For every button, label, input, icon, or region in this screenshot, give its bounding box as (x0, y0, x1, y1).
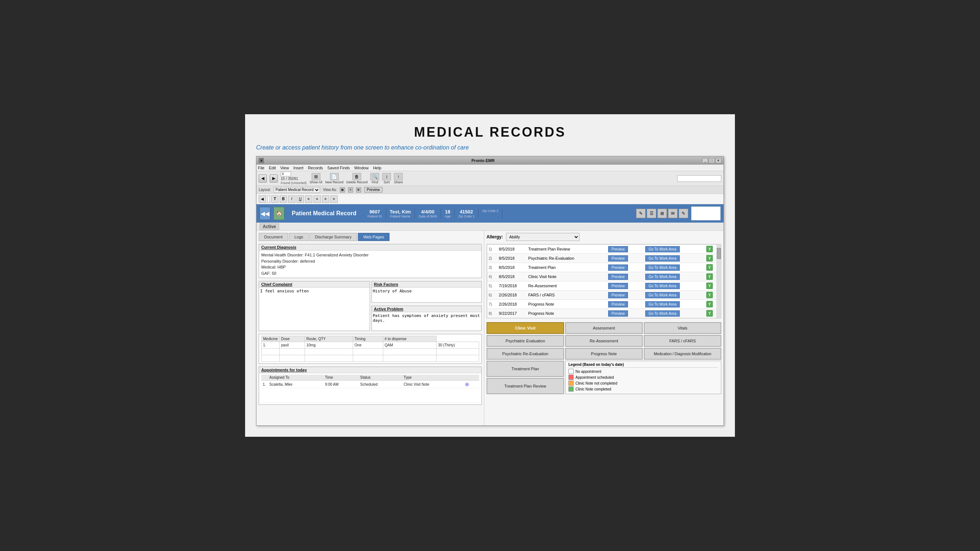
align-center-btn[interactable]: ≡ (313, 195, 321, 203)
re-assessment-btn[interactable]: Re-Assessment (565, 335, 643, 347)
tab-discharge-summary[interactable]: Discharge Summary (309, 233, 357, 241)
search-input[interactable] (677, 175, 721, 182)
record-3-preview-btn[interactable]: Preview (608, 265, 628, 271)
menu-file[interactable]: File (258, 166, 264, 170)
record-4-gowork-btn[interactable]: Go To Work Area (645, 274, 680, 280)
allergy-select[interactable]: Abilify (506, 233, 579, 241)
edit-patient-btn[interactable]: ✎ (636, 209, 646, 218)
back-arrow-btn[interactable]: ◀ (259, 195, 266, 203)
record-8-gowork-btn[interactable]: Go To Work Area (645, 310, 680, 317)
layout-select[interactable]: Patient Medical Record (274, 187, 320, 193)
next-record-btn[interactable]: ▶ (270, 175, 278, 183)
preview-btn[interactable]: Preview (364, 187, 382, 192)
chief-complaint-textarea[interactable]: I feel anxious often (259, 287, 370, 313)
sort-btn[interactable]: ↕ Sort (382, 173, 391, 184)
note-btn[interactable]: ✎ (679, 209, 688, 218)
record-6-preview-btn[interactable]: Preview (608, 292, 628, 298)
format-underline-btn[interactable]: U (296, 195, 304, 203)
align-justify-btn[interactable]: ≡ (330, 195, 338, 203)
format-bold-btn[interactable]: B (280, 195, 287, 203)
view-table-btn[interactable]: ⊞ (356, 187, 361, 192)
med-diag-mod-btn[interactable]: Medication / Diagnosis Modification (644, 348, 721, 360)
minimize-btn[interactable]: _ (702, 158, 708, 163)
progress-note-btn[interactable]: Progress Note (565, 348, 643, 360)
tab-bar: Document Logs Discharge Summary Web Page… (259, 233, 482, 241)
clinic-visit-btn[interactable]: Clinic Visit (487, 322, 564, 334)
share-btn[interactable]: ↑ Share (394, 173, 403, 184)
menu-view[interactable]: View (280, 166, 289, 170)
delete-record-btn[interactable]: 🗑 Delete Record (347, 173, 368, 184)
assessment-btn[interactable]: Assessment (565, 322, 643, 334)
new-record-btn[interactable]: 📄 New Record (325, 173, 344, 184)
legend-item-3: Clinic Note completed (568, 386, 718, 392)
view-list-btn[interactable]: ≡ (348, 187, 353, 192)
psychiatric-evaluation-btn[interactable]: Psychiatric Evaluation (487, 335, 564, 347)
patient-age-field: 18 Age (441, 208, 455, 219)
menu-insert[interactable]: Insert (293, 166, 304, 170)
record-1-preview-btn[interactable]: Preview (608, 246, 628, 252)
records-scrollbar[interactable] (716, 244, 721, 318)
menu-saved-finds[interactable]: Saved Finds (328, 166, 350, 170)
risk-factors-textarea[interactable]: History of Abuse (372, 287, 482, 301)
risk-factors-title: Risk Factors (372, 281, 482, 287)
close-btn[interactable]: ✕ (716, 158, 721, 163)
align-left-btn[interactable]: ≡ (305, 195, 312, 203)
tab-logs[interactable]: Logs (289, 233, 309, 241)
record-4-preview-btn[interactable]: Preview (608, 274, 628, 280)
vitals-btn[interactable]: Vitals (644, 322, 721, 334)
menu-records[interactable]: Records (308, 166, 323, 170)
menu-help[interactable]: Help (373, 166, 382, 170)
record-number-input[interactable] (281, 171, 291, 176)
patient-nav-back-btn[interactable]: ◀◀ (259, 207, 270, 220)
list-btn[interactable]: ☰ (647, 209, 656, 218)
record-5-date: 7/19/2018 (498, 281, 527, 291)
new-record-icon: 📄 (330, 173, 339, 180)
active-problem-title: Active Problem (372, 306, 482, 312)
psychiatric-re-evaluation-btn[interactable]: Psychiatric Re-Evaluation (487, 348, 564, 360)
format-t-btn[interactable]: T (271, 195, 278, 203)
align-right-btn[interactable]: ≡ (322, 195, 329, 203)
legend-item-2: Clinic Note not completed (568, 381, 718, 386)
record-2-gowork-btn[interactable]: Go To Work Area (645, 255, 680, 262)
action-buttons-grid: Clinic Visit Assessment Vitals Psychiatr… (487, 322, 721, 394)
record-5-gowork-btn[interactable]: Go To Work Area (645, 283, 680, 289)
format-italic-btn[interactable]: I (288, 195, 296, 203)
record-row-7: 7) 2/26/2018 Progress Note Preview Go To… (487, 300, 721, 309)
record-1-gowork-btn[interactable]: Go To Work Area (645, 246, 680, 252)
diagnosis-text: Mental Health Disorder: F41.1 Generalize… (261, 252, 479, 276)
menu-edit[interactable]: Edit (269, 166, 276, 170)
appt-row1-action[interactable]: ⊕ (463, 381, 479, 388)
record-6-gowork-btn[interactable]: Go To Work Area (645, 292, 680, 298)
record-5-badge: Y (706, 283, 713, 289)
grid-btn[interactable]: ⊞ (657, 209, 667, 218)
maximize-btn[interactable]: □ (709, 158, 715, 163)
record-8-date: 9/22/2017 (498, 309, 527, 318)
appt-col-time: Time (324, 375, 359, 381)
record-3-gowork-btn[interactable]: Go To Work Area (645, 265, 680, 271)
find-icon: 🔍 (371, 173, 379, 180)
record-5-preview-btn[interactable]: Preview (608, 283, 628, 289)
appt-row1-type: Clinic Visit Note (402, 381, 464, 388)
treatment-plan-btn[interactable]: Treatment Plan (487, 361, 564, 377)
tab-web-pages[interactable]: Web Pages (358, 233, 390, 241)
record-2-preview-btn[interactable]: Preview (608, 255, 628, 262)
treatment-plan-review-btn[interactable]: Treatment Plan Review (487, 378, 564, 394)
records-scrollbar-thumb[interactable] (717, 248, 721, 259)
fars-cfars-btn[interactable]: FARS / cFARS (644, 335, 721, 347)
tab-document[interactable]: Document (259, 233, 288, 241)
record-8-preview-btn[interactable]: Preview (608, 310, 628, 317)
find-btn[interactable]: 🔍 Find (371, 173, 379, 184)
record-7-preview-btn[interactable]: Preview (608, 301, 628, 308)
show-all-btn[interactable]: ⊞ Show All (310, 173, 323, 184)
record-7-gowork-btn[interactable]: Go To Work Area (645, 301, 680, 308)
record-7-badge: Y (706, 301, 713, 308)
envelope-btn[interactable]: ✉ (668, 209, 678, 218)
record-5-num: 5) (487, 281, 498, 291)
prev-record-btn[interactable]: ◀ (259, 175, 267, 183)
active-problem-textarea[interactable]: Patient has symptoms of anxiety present … (372, 312, 482, 329)
appt-col-assigned: Assigned To (268, 375, 324, 381)
menu-window[interactable]: Window (354, 166, 369, 170)
view-form-btn[interactable]: ▦ (340, 187, 345, 192)
patient-home-btn[interactable]: 🏠 (274, 207, 285, 220)
patient-action-buttons: ✎ ☰ ⊞ ✉ ✎ (636, 209, 688, 218)
